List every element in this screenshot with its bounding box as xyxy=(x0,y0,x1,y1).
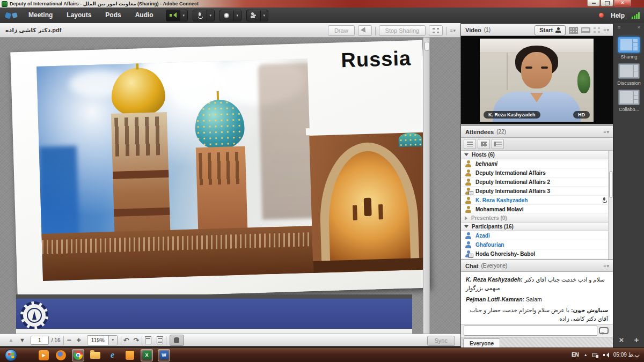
attendee-grid-view-button[interactable] xyxy=(478,139,490,149)
network-icon[interactable] xyxy=(592,352,598,358)
menu-pods[interactable]: Pods xyxy=(98,8,128,23)
filmstrip-view-button[interactable] xyxy=(581,27,590,34)
microphone-dropdown[interactable]: ▾ xyxy=(207,10,214,21)
attendees-pod-menu[interactable]: ≡▾ xyxy=(603,129,610,135)
menu-layouts[interactable]: Layouts xyxy=(60,8,98,23)
mosaic-arch xyxy=(327,150,411,273)
chat-input[interactable] xyxy=(464,326,597,336)
presenters-section-header[interactable]: Presenters (0) xyxy=(461,214,613,223)
fit-width-button[interactable] xyxy=(157,336,163,344)
attendee-row[interactable]: Deputy International Affairs 3 xyxy=(461,187,613,196)
fit-page-button[interactable] xyxy=(145,336,151,344)
start-webcam-button[interactable]: Start xyxy=(535,25,566,35)
grid-view-button[interactable] xyxy=(569,27,578,34)
menu-meeting[interactable]: Meeting xyxy=(21,8,60,23)
menu-help[interactable]: Help xyxy=(611,12,625,19)
rail-menu-icon[interactable]: ≡ xyxy=(618,25,620,30)
menu-audio[interactable]: Audio xyxy=(128,8,160,23)
attendee-status-view-button[interactable] xyxy=(492,139,504,149)
close-button[interactable]: × xyxy=(614,0,631,6)
taskbar-media-player[interactable]: ▶ xyxy=(38,349,50,361)
layout-discussion[interactable]: Discussion xyxy=(614,63,644,86)
taskbar-internet-explorer[interactable]: e xyxy=(106,349,119,361)
attendee-row[interactable]: Mohammad Molavi xyxy=(461,205,613,214)
taskbar-firefox[interactable] xyxy=(55,349,67,361)
share-document-area[interactable]: Russia xyxy=(0,38,460,334)
attendee-row[interactable]: Azadi xyxy=(461,231,613,240)
hidden-icons-button[interactable]: ▲ xyxy=(584,353,588,357)
hosts-section-header[interactable]: Hosts (6) xyxy=(461,151,613,159)
attendee-row[interactable]: Hoda Ghoreishy- Babol xyxy=(461,249,613,258)
layout-sharing[interactable]: Sharing xyxy=(614,37,644,60)
chat-pod-menu[interactable]: ≡▾ xyxy=(603,263,610,269)
zoom-in-button[interactable]: + xyxy=(77,336,81,344)
attendees-scrollbar-thumb[interactable] xyxy=(609,171,613,198)
webcam-button[interactable]: ▾ xyxy=(219,10,241,21)
speaker-icon xyxy=(170,12,177,18)
raise-hand-dropdown[interactable]: ▾ xyxy=(260,10,268,21)
participant-icon xyxy=(465,232,472,239)
recording-indicator-icon xyxy=(599,13,604,18)
attendee-row[interactable]: behnami xyxy=(461,159,613,168)
document-scrollbar-thumb[interactable] xyxy=(425,42,429,50)
taskbar-excel[interactable]: X xyxy=(141,349,153,361)
zoom-level-value: 119% xyxy=(87,336,108,345)
send-message-button[interactable] xyxy=(597,326,610,336)
zoom-dropdown-icon[interactable]: ▾ xyxy=(108,336,117,345)
taskbar-explorer[interactable] xyxy=(89,349,101,361)
page-up-button[interactable]: ▲ xyxy=(8,337,14,343)
webcam-dropdown[interactable]: ▾ xyxy=(233,10,241,21)
attendee-row[interactable]: Ghafourian xyxy=(461,240,613,249)
speaker-button[interactable]: ▾ xyxy=(166,10,188,21)
layout-sharing-thumbnail[interactable] xyxy=(618,37,640,53)
pan-tool-button[interactable] xyxy=(170,335,184,346)
taskbar-notes-app[interactable] xyxy=(123,349,136,361)
layout-collaboration-thumbnail[interactable] xyxy=(618,90,640,105)
zoom-out-button[interactable]: − xyxy=(67,336,71,344)
microphone-button[interactable]: ▾ xyxy=(193,10,215,21)
video-fullscreen-icon[interactable] xyxy=(594,27,600,33)
rail-tools-icon[interactable]: × xyxy=(619,335,624,344)
draw-button[interactable]: Draw xyxy=(328,25,355,36)
share-pod-menu[interactable]: ≡▾ xyxy=(450,28,456,33)
attendee-row[interactable]: Deputy International Affairs xyxy=(461,168,613,178)
maximize-button[interactable] xyxy=(601,0,613,6)
folder-icon xyxy=(90,352,100,359)
page-separator xyxy=(16,294,412,299)
fullscreen-button[interactable] xyxy=(429,25,443,36)
pointer-button[interactable] xyxy=(358,25,372,36)
volume-icon[interactable] xyxy=(603,352,609,358)
video-pod-menu[interactable]: ≡▾ xyxy=(603,27,610,33)
stop-sharing-button[interactable]: Stop Sharing xyxy=(379,25,426,36)
taskbar-chrome[interactable] xyxy=(72,349,84,361)
language-indicator[interactable]: EN xyxy=(572,352,579,358)
layout-collaboration[interactable]: Collabo... xyxy=(614,90,644,112)
participants-section-header[interactable]: Participants (16) xyxy=(461,223,613,231)
page-number-input[interactable]: 1 xyxy=(31,336,49,345)
zoom-level-select[interactable]: 119% ▾ xyxy=(87,335,118,345)
hand-icon xyxy=(174,337,179,343)
add-layout-icon[interactable]: + xyxy=(634,335,639,344)
layout-discussion-thumbnail[interactable] xyxy=(618,63,640,79)
document-scrollbar[interactable] xyxy=(423,38,430,334)
start-button[interactable] xyxy=(5,349,17,361)
attendees-scrollbar[interactable] xyxy=(608,151,613,260)
sync-button[interactable]: Sync xyxy=(427,336,455,346)
rotate-right-button[interactable]: ↷ xyxy=(134,336,140,344)
rotate-left-button[interactable]: ↶ xyxy=(123,336,129,344)
page-down-button[interactable]: ▼ xyxy=(19,337,25,343)
windows-flag-icon xyxy=(8,352,14,358)
minimize-button[interactable] xyxy=(587,0,600,6)
rail-close-icon[interactable]: × xyxy=(638,25,640,30)
chat-tab-everyone[interactable]: Everyone xyxy=(463,338,500,348)
attendee-list-view-button[interactable] xyxy=(464,139,476,149)
raise-hand-button[interactable]: ▾ xyxy=(246,10,268,21)
taskbar-clock[interactable]: ب.ظ 05:09 xyxy=(613,352,640,358)
speaker-dropdown[interactable]: ▾ xyxy=(180,10,187,21)
speech-bubble-icon xyxy=(599,327,609,334)
webcam-icon xyxy=(224,13,229,18)
taskbar-word[interactable]: W xyxy=(158,349,170,361)
attendee-row[interactable]: Deputy International Affairs 2 xyxy=(461,178,613,187)
attendee-row[interactable]: K. Reza Kashyzadeh xyxy=(461,196,613,205)
menubar-right: Help xyxy=(599,8,640,23)
